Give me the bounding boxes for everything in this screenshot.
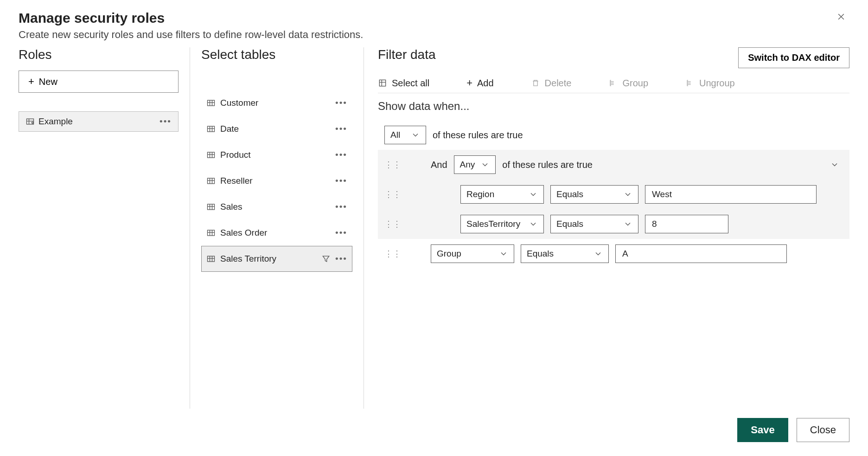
table-icon [206, 124, 216, 134]
table-name: Customer [220, 98, 258, 108]
group-button: Group [608, 78, 648, 89]
svg-rect-4 [208, 178, 215, 184]
chevron-down-icon [499, 249, 508, 258]
table-icon [206, 202, 216, 212]
table-item-reseller[interactable]: Reseller ••• [201, 168, 352, 194]
operator-dropdown[interactable]: Equals [521, 244, 609, 263]
table-more-icon[interactable]: ••• [335, 150, 347, 160]
filter-heading: Filter data [378, 47, 436, 62]
drag-handle-icon[interactable]: ⋮⋮ [384, 160, 396, 170]
table-item-sales-territory[interactable]: Sales Territory ••• [201, 246, 352, 272]
close-icon[interactable] [833, 10, 849, 23]
table-icon [206, 150, 216, 160]
value-text: A [622, 249, 628, 258]
nested-combinator-suffix: of these rules are true [502, 160, 593, 170]
ungroup-button: Ungroup [685, 78, 735, 89]
table-more-icon[interactable]: ••• [335, 124, 347, 134]
operator-value: Equals [527, 249, 554, 259]
ungroup-label: Ungroup [699, 78, 735, 89]
combinator-value: All [390, 130, 400, 140]
chevron-down-icon [529, 219, 538, 229]
table-more-icon[interactable]: ••• [335, 254, 347, 264]
table-item-date[interactable]: Date ••• [201, 116, 352, 142]
svg-rect-8 [379, 80, 385, 86]
tables-heading: Select tables [201, 47, 352, 62]
role-item[interactable]: Example ••• [19, 111, 179, 132]
field-value: SalesTerritory [466, 219, 520, 229]
combinator-dropdown[interactable]: All [384, 126, 426, 144]
role-name: Example [38, 116, 73, 127]
delete-rule-button: Delete [531, 78, 572, 89]
group-icon [608, 78, 618, 88]
filter-icon [321, 254, 331, 263]
chevron-down-icon [480, 160, 490, 169]
table-more-icon[interactable]: ••• [335, 228, 347, 238]
table-name: Sales Order [220, 228, 267, 238]
chevron-down-icon [594, 249, 603, 258]
nested-combinator-value: Any [460, 160, 475, 170]
svg-rect-6 [208, 230, 215, 236]
table-more-icon[interactable]: ••• [335, 176, 347, 186]
drag-handle-icon[interactable]: ⋮⋮ [384, 189, 396, 199]
add-rule-button[interactable]: Add [466, 77, 493, 89]
save-button[interactable]: Save [737, 418, 788, 442]
table-icon [206, 254, 216, 263]
value-input[interactable]: A [615, 244, 787, 263]
drag-handle-icon[interactable]: ⋮⋮ [384, 219, 396, 229]
table-icon [206, 228, 216, 238]
table-name: Sales [220, 202, 243, 212]
table-item-sales[interactable]: Sales ••• [201, 194, 352, 220]
chevron-down-icon [623, 190, 632, 199]
plus-icon [466, 77, 472, 89]
svg-rect-1 [208, 100, 215, 106]
value-input[interactable]: 8 [645, 215, 728, 233]
table-name: Sales Territory [220, 254, 276, 264]
operator-value: Equals [556, 189, 583, 199]
select-all-button[interactable]: Select all [378, 78, 429, 89]
new-role-button[interactable]: New [19, 71, 179, 93]
table-icon [206, 176, 216, 186]
dialog-title: Manage security roles [19, 10, 363, 26]
value-input[interactable]: West [645, 185, 817, 204]
chevron-down-icon [411, 130, 420, 140]
new-role-label: New [39, 77, 57, 87]
drag-handle-icon[interactable]: ⋮⋮ [384, 249, 396, 259]
table-more-icon[interactable]: ••• [335, 202, 347, 212]
table-item-customer[interactable]: Customer ••• [201, 90, 352, 116]
close-button[interactable]: Close [797, 418, 849, 442]
operator-dropdown[interactable]: Equals [550, 185, 638, 204]
switch-dax-button[interactable]: Switch to DAX editor [738, 47, 849, 68]
nested-combinator-dropdown[interactable]: Any [454, 155, 496, 174]
select-all-icon [378, 78, 387, 88]
svg-rect-5 [208, 204, 215, 210]
field-value: Region [466, 189, 494, 199]
select-all-label: Select all [392, 78, 429, 89]
value-text: West [652, 189, 672, 199]
table-item-product[interactable]: Product ••• [201, 142, 352, 168]
table-name: Reseller [220, 176, 253, 186]
svg-rect-2 [208, 126, 215, 132]
delete-label: Delete [545, 78, 572, 89]
field-value: Group [437, 249, 461, 259]
table-more-icon[interactable]: ••• [335, 98, 347, 108]
table-name: Date [220, 124, 239, 134]
role-icon [26, 117, 35, 126]
operator-value: Equals [556, 219, 583, 229]
value-text: 8 [652, 219, 657, 229]
roles-heading: Roles [19, 47, 179, 62]
chevron-down-icon [623, 219, 632, 229]
and-label: And [431, 160, 447, 170]
table-icon [206, 98, 216, 108]
svg-rect-7 [208, 256, 215, 262]
field-dropdown[interactable]: Group [431, 244, 514, 263]
trash-icon [531, 78, 540, 88]
field-dropdown[interactable]: SalesTerritory [460, 215, 544, 233]
operator-dropdown[interactable]: Equals [550, 215, 638, 233]
role-more-icon[interactable]: ••• [160, 116, 172, 127]
plus-icon [28, 76, 34, 88]
field-dropdown[interactable]: Region [460, 185, 544, 204]
collapse-icon[interactable] [830, 160, 843, 169]
svg-rect-3 [208, 152, 215, 158]
table-item-sales-order[interactable]: Sales Order ••• [201, 220, 352, 246]
group-label: Group [622, 78, 648, 89]
